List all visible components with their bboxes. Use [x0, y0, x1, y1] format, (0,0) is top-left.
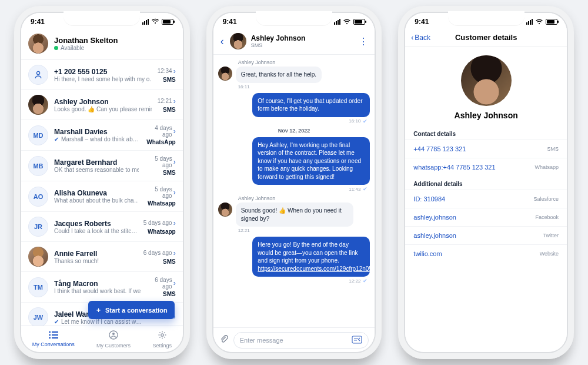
conversation-row[interactable]: Annie FarrellThanks so much!6 days ago›S…	[21, 242, 183, 272]
svg-rect-4	[52, 334, 58, 336]
delivered-check-icon: ✔	[363, 118, 368, 124]
conversation-time: 5 days ago›	[144, 186, 176, 199]
conversation-channel: SMS	[143, 258, 176, 265]
phone-customer-details: 9:41 ‹Back Customer details Ashley Johns…	[398, 6, 574, 359]
detail-value[interactable]: whatsapp:+44 7785 123 321	[413, 164, 495, 171]
chevron-left-icon: ‹	[411, 34, 413, 42]
tab-settings[interactable]: Settings	[152, 330, 172, 349]
delivered-check-icon: ✔	[363, 186, 368, 192]
signal-icon	[334, 19, 340, 25]
tab-my-customers[interactable]: My Customers	[96, 330, 131, 349]
composer: Enter message	[213, 327, 375, 352]
back-button[interactable]: ‹Back	[411, 34, 430, 42]
message-bubble: Here you go! By the end of the day would…	[252, 237, 370, 277]
chat-body[interactable]: Ashley JohnsonGreat, thanks for all the …	[213, 55, 375, 327]
phone-conversations: 9:41 Jonathan Skelton Available +1 202 5…	[14, 6, 190, 359]
conversation-preview: What about about the bulk cha…	[54, 197, 138, 204]
message-input[interactable]: Enter message	[233, 332, 369, 349]
contact-rows: +44 7785 123 321SMSwhatsapp:+44 7785 123…	[405, 140, 567, 176]
conversation-row[interactable]: TMTång MacronI think that would work bes…	[21, 272, 183, 303]
conversation-row[interactable]: JRJacques RobertsCould I take a look at …	[21, 212, 183, 242]
delivered-check-icon: ✔	[363, 278, 368, 284]
message-time: 16:10✔	[218, 118, 370, 124]
avatar	[218, 67, 232, 81]
svg-rect-3	[49, 334, 51, 336]
attachment-button[interactable]	[219, 334, 229, 346]
svg-point-8	[112, 333, 115, 335]
svg-rect-2	[52, 331, 58, 333]
message-bubble: Of course, I'll get you that updated ord…	[252, 93, 370, 117]
message-bubble: Great, thanks for all the help.	[236, 67, 322, 83]
signal-icon	[142, 19, 149, 25]
avatar	[218, 203, 232, 217]
customer-name: Ashley Johnson	[455, 111, 518, 120]
detail-value[interactable]: ashley.johnson	[413, 232, 456, 239]
conversation-list[interactable]: +1 202 555 0125Hi there, I need some hel…	[21, 60, 183, 326]
avatar	[28, 95, 48, 115]
conversation-row[interactable]: +1 202 555 0125Hi there, I need some hel…	[21, 60, 183, 90]
detail-row[interactable]: twilio.comWebsite	[405, 244, 567, 263]
svg-rect-6	[52, 337, 58, 339]
conversation-channel: SMS	[158, 107, 176, 113]
conversation-channel: WhatsApp	[143, 139, 175, 145]
conversation-title: Alisha Okuneva	[54, 189, 138, 197]
avatar-initials: MB	[28, 156, 48, 176]
detail-row[interactable]: ashley.johnsonTwitter	[405, 226, 567, 244]
start-conversation-button[interactable]: ＋ Start a conversation	[88, 301, 175, 319]
detail-row[interactable]: +44 7785 123 321SMS	[405, 140, 567, 158]
section-additional-heading: Additional details	[405, 176, 567, 190]
agent-avatar[interactable]	[28, 34, 48, 54]
battery-icon	[353, 19, 365, 25]
conversation-channel: Whatsapp	[144, 200, 176, 207]
conversation-row[interactable]: MDMarshall Davies✔Marshall – what do thi…	[21, 120, 183, 151]
date-divider: Nov 12, 2022	[218, 128, 370, 134]
agent-header: Jonathan Skelton Available	[21, 30, 183, 60]
conversation-title: Margaret Bernhard	[54, 158, 139, 167]
detail-value[interactable]: +44 7785 123 321	[413, 145, 466, 152]
agent-name: Jonathan Skelton	[54, 36, 118, 45]
message-in: Sounds good! 👍 When do you need it signe…	[218, 203, 370, 227]
detail-row[interactable]: ID: 310984Salesforce	[405, 190, 567, 208]
detail-row[interactable]: ashley.johnsonFacebook	[405, 208, 567, 226]
conversation-time: 6 days ago›	[148, 277, 176, 290]
templates-icon[interactable]	[352, 336, 362, 345]
list-icon	[49, 331, 58, 340]
conversation-preview: I think that would work best. If we co…	[54, 288, 142, 294]
contact-avatar[interactable]	[230, 33, 246, 49]
status-time: 9:41	[415, 18, 429, 26]
tab-my-conversations[interactable]: My Conversations	[32, 331, 75, 347]
detail-value[interactable]: twilio.com	[413, 250, 442, 257]
detail-tag: SMS	[547, 146, 559, 152]
more-menu-button[interactable]: ⋮	[359, 36, 369, 47]
conversation-row[interactable]: Ashley JohnsonLooks good. 👍 Can you plea…	[21, 90, 183, 120]
message-time: 11:43✔	[218, 186, 370, 192]
message-out: Of course, I'll get you that updated ord…	[218, 93, 370, 117]
conversation-row[interactable]: MBMargaret BernhardOK that seems reasona…	[21, 151, 183, 181]
back-button[interactable]: ‹	[219, 35, 225, 48]
detail-value[interactable]: ashley.johnson	[413, 214, 456, 221]
message-bubble: Hey Ashley, I'm working up the final ver…	[252, 137, 370, 185]
chevron-right-icon: ›	[173, 97, 176, 105]
conversation-row[interactable]: AOAlisha OkunevaWhat about about the bul…	[21, 181, 183, 212]
status-time: 9:41	[223, 18, 237, 26]
message-bubble: Sounds good! 👍 When do you need it signe…	[236, 203, 353, 227]
avatar-initials: JW	[28, 307, 48, 326]
person-icon	[28, 65, 48, 85]
read-check-icon: ✔	[54, 136, 59, 142]
conversation-time: 5 days ago›	[143, 219, 176, 227]
additional-rows: ID: 310984Salesforceashley.johnsonFacebo…	[405, 190, 567, 263]
detail-value[interactable]: ID: 310984	[413, 195, 445, 203]
svg-point-0	[36, 72, 39, 75]
plus-icon: ＋	[95, 306, 102, 314]
chevron-right-icon: ›	[173, 249, 176, 257]
tab-bar: My Conversations My Customers Settings	[21, 326, 183, 352]
section-contact-heading: Contact details	[405, 126, 567, 140]
channel-label: SMS	[251, 42, 306, 48]
message-time: 16:11	[218, 84, 370, 89]
detail-row[interactable]: whatsapp:+44 7785 123 321Whatsapp	[405, 158, 567, 176]
message-link[interactable]: https://securedocuments.com/129cfrp12n05…	[258, 266, 375, 272]
conversation-title: Annie Farrell	[54, 250, 138, 258]
phone-chat: 9:41 ‹ Ashley Johnson SMS ⋮ Ashley Johns…	[206, 6, 382, 359]
page-title: Customer details	[455, 33, 517, 42]
agent-availability[interactable]: Available	[54, 45, 118, 51]
